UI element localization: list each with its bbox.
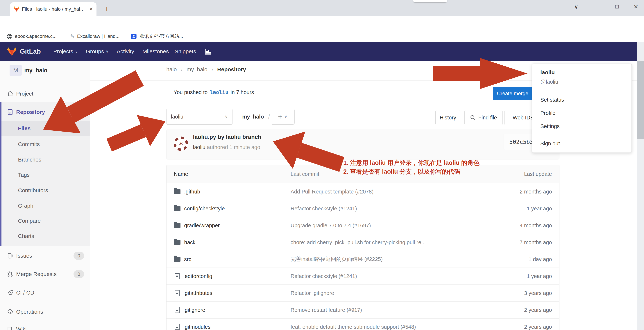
- sidebar-item-issues[interactable]: Issues 0: [0, 248, 90, 263]
- breadcrumb-sep: ›: [181, 66, 182, 72]
- sidebar-item-tags[interactable]: Tags: [0, 168, 90, 182]
- user-dropdown-menu: laoliu @laoliu Set status Profile Settin…: [532, 64, 632, 153]
- commit-author[interactable]: laoliu: [193, 144, 206, 150]
- bookmark-item[interactable]: 腾讯文档-官方网站...: [131, 32, 183, 40]
- table-row[interactable]: .gitmodules feat: enable default theme s…: [166, 318, 559, 330]
- gitlab-logo-icon[interactable]: [6, 42, 17, 61]
- rocket-icon: [7, 290, 13, 296]
- sidebar-item-charts[interactable]: Charts: [0, 229, 90, 243]
- commit-author-avatar[interactable]: ✶: [174, 136, 188, 151]
- sidebar-item-graph[interactable]: Graph: [0, 199, 90, 212]
- path-separator: /: [268, 114, 270, 120]
- sidebar-item-repository[interactable]: Repository: [0, 105, 90, 120]
- user-menu-username: @laoliu: [540, 79, 558, 85]
- chevron-down-icon: ∨: [75, 49, 78, 54]
- nav-projects[interactable]: Projects∨: [53, 42, 78, 61]
- menu-item-profile[interactable]: Profile: [540, 110, 556, 116]
- bookmark-label: 腾讯文档-官方网站...: [139, 33, 183, 40]
- menu-divider: [532, 91, 632, 91]
- user-menu-name: laoliu: [540, 69, 555, 76]
- sidebar-item-cicd[interactable]: CI / CD: [0, 285, 90, 300]
- window-menu-icon[interactable]: ∨: [570, 2, 582, 12]
- breadcrumb-repository: Repository: [217, 66, 246, 72]
- bookmark-item[interactable]: ✎ Excalidraw | Hand...: [70, 32, 120, 40]
- table-row[interactable]: .gitignore Remove restart feature (#917)…: [166, 301, 559, 318]
- chevron-down-icon: ∨: [106, 49, 108, 54]
- excalidraw-icon: ✎: [70, 33, 74, 39]
- browser-tab[interactable]: Files · laoliu · halo / my_halo · ( ✕: [10, 2, 96, 16]
- tab-close-icon[interactable]: ✕: [89, 6, 93, 12]
- file-tree-table: Name Last commit Last update .github Add…: [166, 165, 560, 330]
- table-row[interactable]: src 完善install路径返回的页面结果 (#2225) 1 day ago: [166, 250, 559, 268]
- file-icon: [174, 307, 180, 313]
- bookmarks-bar: ebook.apecome.c... ✎ Excalidraw | Hand..…: [0, 30, 644, 42]
- merge-request-icon: [7, 271, 13, 277]
- table-row[interactable]: gradle/wrapper Upgrade gradle 7.0 to 7.4…: [166, 217, 559, 234]
- table-row[interactable]: .editorconfig Refactor checkstyle (#1241…: [166, 268, 559, 284]
- bookmark-item[interactable]: ebook.apecome.c...: [6, 32, 56, 40]
- find-file-button[interactable]: Find file: [464, 110, 503, 125]
- history-button[interactable]: History: [436, 110, 460, 125]
- repository-doc-icon: [7, 109, 13, 116]
- gitlab-brand[interactable]: GitLab: [20, 42, 41, 61]
- commit-meta: laoliu authored 1 minute ago: [193, 144, 260, 150]
- table-row[interactable]: hack chore: add cherry_pick_pull.sh for …: [166, 234, 559, 250]
- table-row[interactable]: config/checkstyle Refactor checkstyle (#…: [166, 200, 559, 217]
- annotation-text-2: 2. 查看是否有 laoliu 分支，以及你写的代码: [343, 168, 460, 176]
- window-maximize-icon[interactable]: □: [610, 2, 624, 12]
- chevron-down-icon: ∨: [224, 114, 228, 119]
- issues-count-badge: 0: [74, 252, 84, 260]
- breadcrumb-sep: ›: [211, 66, 213, 72]
- table-row[interactable]: .gitattributes Refactor .gitignore 3 yea…: [166, 284, 559, 301]
- nav-activity[interactable]: Activity: [117, 42, 134, 61]
- sidebar-item-commits[interactable]: Commits: [0, 138, 90, 151]
- breadcrumb-halo[interactable]: halo: [166, 66, 177, 72]
- commit-title[interactable]: laoliu.py by laoliu branch: [193, 134, 261, 140]
- bookmark-label: ebook.apecome.c...: [15, 34, 56, 39]
- breadcrumb-my-halo[interactable]: my_halo: [186, 66, 207, 72]
- sidebar-item-project[interactable]: Project: [0, 86, 90, 101]
- path-bar: my_halo /: [242, 109, 270, 124]
- sidebar-item-merge-requests[interactable]: Merge Requests 0: [0, 267, 90, 282]
- sidebar-item-operations[interactable]: Operations: [0, 304, 90, 319]
- gitlab-favicon: [14, 6, 20, 12]
- file-icon: [174, 273, 180, 279]
- top-popup-remnant: [413, 0, 447, 2]
- home-icon: [7, 90, 14, 97]
- issues-icon: [7, 253, 13, 259]
- breadcrumb: halo › my_halo › Repository: [166, 66, 246, 74]
- table-row[interactable]: .github Add Pull Request template (#2078…: [166, 183, 559, 200]
- sidebar-item-wiki[interactable]: Wiki: [0, 323, 90, 330]
- create-merge-button[interactable]: Create merge: [493, 87, 532, 100]
- nav-snippets[interactable]: Snippets: [174, 42, 196, 61]
- mr-count-badge: 0: [74, 270, 84, 278]
- sidebar-item-branches[interactable]: Branches: [0, 153, 90, 166]
- operations-cloud-gear-icon: [7, 309, 14, 315]
- scrollbar-thumb[interactable]: [637, 61, 644, 139]
- folder-icon: [174, 223, 180, 228]
- nav-milestones[interactable]: Milestones: [142, 42, 169, 61]
- sidebar-item-compare[interactable]: Compare: [0, 214, 90, 228]
- annotation-text-1: 1. 注意用 laoliu 用户登录，你现在是 laoliu 的角色: [343, 159, 480, 167]
- path-project[interactable]: my_halo: [242, 114, 264, 120]
- menu-item-set-status[interactable]: Set status: [540, 97, 564, 103]
- branch-selector[interactable]: laoliu ∨: [166, 109, 232, 124]
- project-header[interactable]: M my_halo: [0, 64, 90, 76]
- tab-strip: Files · laoliu · halo / my_halo · ( ✕ + …: [0, 0, 644, 16]
- menu-item-settings[interactable]: Settings: [540, 123, 560, 129]
- sidebar-item-contributors[interactable]: Contributors: [0, 184, 90, 197]
- nav-groups[interactable]: Groups∨: [86, 42, 108, 61]
- gitlab-navbar: GitLab Projects∨ Groups∨ Activity Milest…: [0, 42, 644, 61]
- chart-icon[interactable]: [204, 42, 212, 61]
- globe-icon: [6, 34, 12, 39]
- search-icon: [470, 115, 476, 120]
- menu-item-sign-out[interactable]: Sign out: [540, 140, 560, 147]
- wiki-book-icon: [7, 326, 13, 330]
- tencent-docs-icon: [131, 34, 137, 39]
- sidebar-item-files[interactable]: Files: [0, 121, 90, 136]
- push-branch-link[interactable]: laoliu: [210, 89, 228, 95]
- window-close-icon[interactable]: ✕: [630, 2, 642, 12]
- window-minimize-icon[interactable]: —: [590, 2, 604, 12]
- new-tab-button[interactable]: +: [102, 4, 112, 14]
- add-file-button[interactable]: + ∨: [271, 109, 294, 124]
